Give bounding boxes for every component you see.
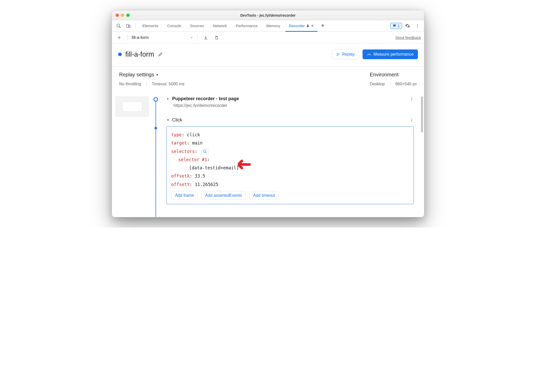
tab-console[interactable]: Console <box>164 20 185 32</box>
prop-value[interactable]: main <box>192 140 203 146</box>
inspect-element-icon[interactable] <box>115 22 123 30</box>
steps-list: Puppeteer recorder - test page https://j… <box>166 94 421 217</box>
edit-title-icon[interactable] <box>158 52 163 57</box>
titlebar: DevTools - jec.fyi/demo/recorder <box>112 11 424 20</box>
svg-point-9 <box>411 119 412 119</box>
step-more-icon[interactable] <box>410 118 414 122</box>
timeout-value: Timeout: 5000 ms <box>152 82 184 86</box>
selector-value[interactable]: [data-testid=email] <box>189 165 239 170</box>
add-asserted-events-button[interactable]: Add assertedEvents <box>201 191 246 200</box>
settings-gear-icon[interactable] <box>404 22 412 30</box>
step-url: https://jec.fyi/demo/recorder <box>173 103 414 108</box>
prop-value[interactable]: 33.5 <box>195 173 205 179</box>
throttling-value: No throttling <box>119 82 141 86</box>
prop-key: selectors <box>171 149 195 154</box>
tab-recorder[interactable]: Recorder <box>285 20 318 32</box>
separator <box>127 35 128 40</box>
separator <box>197 35 198 40</box>
issues-badge[interactable]: 1 <box>390 23 402 29</box>
replay-settings-heading[interactable]: Replay settings <box>119 72 184 78</box>
close-tab-icon[interactable] <box>311 24 314 27</box>
play-icon <box>336 53 340 56</box>
prop-value[interactable]: 11.265625 <box>195 182 218 187</box>
add-frame-button[interactable]: Add frame <box>171 191 198 200</box>
tab-memory[interactable]: Memory <box>263 20 284 32</box>
maximize-window-icon[interactable] <box>126 14 130 17</box>
svg-point-5 <box>417 27 418 27</box>
device-value: Desktop <box>370 82 385 86</box>
step-details: type: click target: main selectors: sele… <box>166 126 414 204</box>
chevron-right-icon <box>166 97 170 100</box>
svg-point-10 <box>411 120 412 120</box>
replay-button[interactable]: Replay <box>332 49 359 59</box>
timeline <box>151 94 166 217</box>
step-navigate[interactable]: Puppeteer recorder - test page <box>166 94 414 104</box>
gauge-icon <box>367 52 371 57</box>
recording-select[interactable]: fill-a-form <box>132 35 193 40</box>
separator <box>146 81 147 87</box>
chevron-right-icon <box>156 73 159 76</box>
prop-key: target <box>171 140 187 146</box>
replay-settings-section: Replay settings No throttling Timeout: 5… <box>119 72 184 87</box>
measure-performance-button[interactable]: Measure performance <box>363 49 418 59</box>
chevron-down-icon <box>166 118 170 122</box>
separator <box>136 23 136 29</box>
tab-elements[interactable]: Elements <box>139 20 162 32</box>
separator <box>390 81 390 87</box>
tab-network[interactable]: Network <box>209 20 231 32</box>
traffic-lights <box>116 14 130 17</box>
window-title: DevTools - jec.fyi/demo/recorder <box>112 13 424 17</box>
step-title: Puppeteer recorder - test page <box>172 96 239 101</box>
more-tabs-icon[interactable] <box>319 22 327 30</box>
tab-performance[interactable]: Performance <box>232 20 261 32</box>
svg-point-3 <box>417 24 418 25</box>
svg-point-8 <box>411 100 412 100</box>
step-click[interactable]: Click <box>166 115 414 125</box>
delete-icon[interactable] <box>212 34 221 42</box>
kebab-menu-icon[interactable] <box>413 22 421 30</box>
flask-icon <box>306 24 310 27</box>
environment-heading: Environment <box>370 72 417 78</box>
svg-rect-2 <box>129 25 130 27</box>
device-toolbar-icon[interactable] <box>124 22 132 30</box>
prop-key: type <box>171 132 182 137</box>
prop-key: offsetY <box>171 182 190 187</box>
devtools-window: DevTools - jec.fyi/demo/recorder Element… <box>112 10 424 217</box>
svg-point-11 <box>411 121 412 122</box>
select-element-icon[interactable] <box>202 149 209 155</box>
svg-rect-1 <box>127 24 129 27</box>
send-feedback-link[interactable]: Send feedback <box>395 35 421 40</box>
prop-key: offsetX <box>171 173 190 179</box>
viewport-size-value: 960×546 px <box>395 82 417 86</box>
steps-area: Puppeteer recorder - test page https://j… <box>112 94 424 217</box>
timeline-step-marker <box>154 127 157 129</box>
step-title: Click <box>172 117 182 123</box>
prop-value[interactable]: click <box>187 132 200 137</box>
recording-status-dot <box>118 53 122 56</box>
recording-title: fill-a-form <box>125 50 154 58</box>
scrollbar[interactable] <box>421 97 423 132</box>
chevron-down-icon <box>190 36 193 39</box>
recording-header: fill-a-form Replay Measure performance <box>112 44 424 67</box>
svg-point-4 <box>417 25 418 26</box>
devtools-tabstrip: Elements Console Sources Network Perform… <box>112 20 424 32</box>
timeline-start-marker <box>153 97 158 102</box>
settings-row: Replay settings No throttling Timeout: 5… <box>112 67 424 94</box>
add-timeout-button[interactable]: Add timeout <box>249 191 279 200</box>
minimize-window-icon[interactable] <box>121 14 124 17</box>
svg-point-7 <box>411 98 412 99</box>
recorder-toolbar: fill-a-form Send feedback <box>112 32 424 44</box>
screenshot-thumbnail[interactable] <box>116 97 149 117</box>
close-window-icon[interactable] <box>116 14 119 17</box>
environment-section: Environment Desktop 960×546 px <box>370 72 417 87</box>
tab-sources[interactable]: Sources <box>187 20 208 32</box>
feedback-icon <box>393 24 396 28</box>
step-more-icon[interactable] <box>410 97 414 101</box>
new-recording-icon[interactable] <box>115 34 123 42</box>
selector-label: selector #1 <box>178 157 207 162</box>
export-icon[interactable] <box>202 34 210 42</box>
annotation-arrow-icon <box>238 159 251 170</box>
svg-point-6 <box>411 97 412 98</box>
